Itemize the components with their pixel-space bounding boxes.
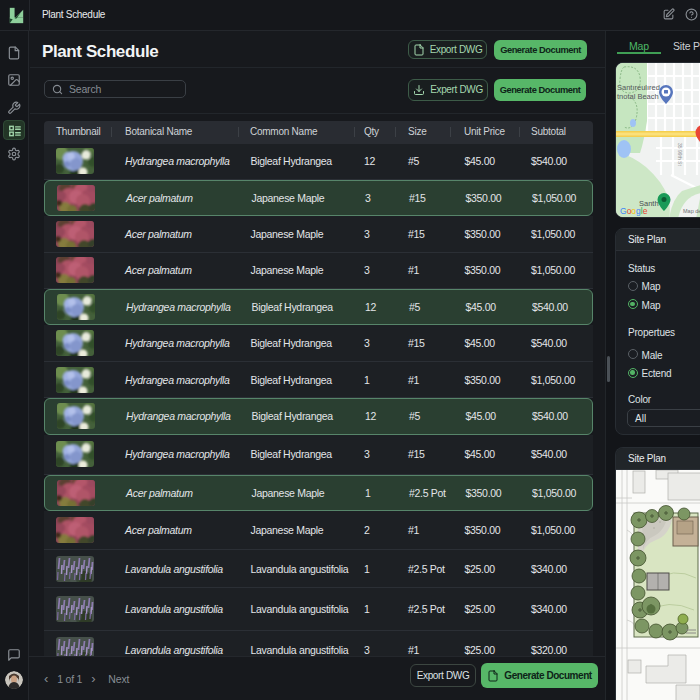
svg-text:Google: Google <box>620 206 648 216</box>
svg-text:Map de: Map de <box>683 208 700 214</box>
svg-text:tnotal Beach: tnotal Beach <box>617 92 659 101</box>
svg-text:Santıreulıred: Santıreulıred <box>617 83 660 92</box>
svg-text:35 99th St: 35 99th St <box>677 143 683 166</box>
